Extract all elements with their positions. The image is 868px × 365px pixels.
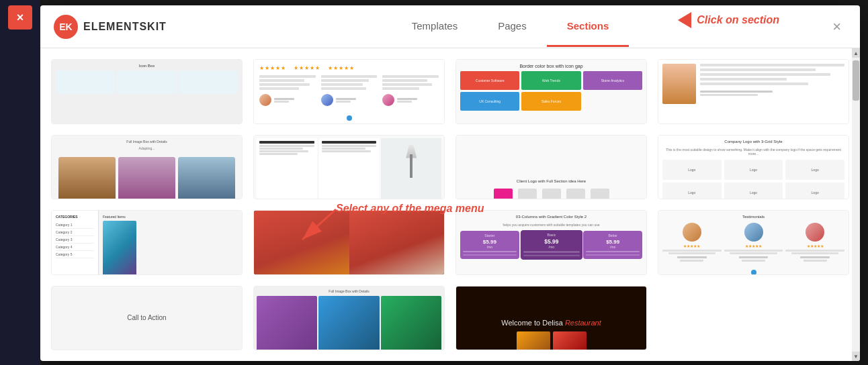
card-thumb: [658, 60, 849, 124]
card-thumb: Client Logo with Full Section idea Here: [456, 136, 646, 200]
modal-overlay: × EK ELEMENTSKIT Templates Pages Section…: [0, 0, 868, 365]
scrollbar-arrow-down[interactable]: ▼: [852, 352, 860, 361]
scrollbar[interactable]: ▲ ▼: [852, 48, 860, 361]
card-testimonial-section20[interactable]: ★ ★ ★ ★ ★ ★ ★ ★ ★ ★: [253, 59, 445, 124]
card-icon-box-style19[interactable]: Icon Box Icon Box - Style 19: [51, 59, 243, 124]
card-thumb: Testimonials ★★★★★: [658, 211, 849, 275]
card-thumb: Full Image Box with Details Adapting... …: [52, 136, 242, 200]
close-x-button[interactable]: ×: [8, 5, 32, 30]
modal-header: EK ELEMENTSKIT Templates Pages Sections …: [40, 5, 860, 48]
card-gradient-pricing[interactable]: 03-Columns with Gradient Color Style 2 h…: [455, 210, 647, 275]
logo-area: EK ELEMENTSKIT: [54, 15, 167, 39]
tab-sections[interactable]: Sections: [547, 7, 630, 47]
sections-grid: Icon Box Icon Box - Style 19: [40, 48, 860, 361]
card-client-logo-section20[interactable]: Client Logo with Full Section idea Here …: [455, 135, 647, 200]
arrow-icon: [678, 12, 691, 28]
modal-body: Icon Box Icon Box - Style 19: [40, 48, 860, 361]
card-restaurant[interactable]: Welcome to Delisa Restaurant: [455, 286, 647, 351]
card-thumb: Company Logo with 3-Grid Style This is t…: [658, 136, 849, 200]
card-team-demo12[interactable]: Full Image Box with Details Adapting... …: [51, 135, 243, 200]
scrollbar-arrow-up[interactable]: ▲: [852, 48, 860, 58]
tab-pages[interactable]: Pages: [478, 7, 547, 47]
card-mega-menu-home[interactable]: Mega Menu – Home & Appliances: [253, 135, 445, 200]
card-thumb: 03-Columns with Gradient Color Style 2 h…: [456, 211, 646, 275]
card-thumb: [254, 136, 444, 200]
logo-icon: EK: [54, 15, 78, 39]
card-thumb: Full Image Box with Details: [254, 286, 444, 351]
card-testimonial-section17[interactable]: Testimonials ★★★★★: [658, 210, 849, 275]
modal-close-button[interactable]: ×: [827, 15, 847, 38]
modal-dialog: EK ELEMENTSKIT Templates Pages Sections …: [40, 5, 860, 361]
card-testimonial-section15[interactable]: Testimonial - Section 15: [658, 59, 849, 124]
card-thumb: Call to Action: [52, 286, 242, 350]
scrollbar-thumb[interactable]: [853, 60, 859, 101]
card-iconbox-style18[interactable]: Border color box with icon gap Customer …: [455, 59, 647, 124]
card-thumb: Icon Box: [52, 60, 242, 124]
card-thumb: Welcome to Delisa Restaurant: [456, 286, 646, 351]
card-thumb: ★ ★ ★ ★ ★ ★ ★ ★ ★ ★: [254, 60, 444, 124]
card-thumb: Border color box with icon gap Customer …: [456, 60, 646, 124]
click-section-annotation: Click on section: [678, 12, 779, 28]
card-cta[interactable]: Call to Action: [51, 286, 243, 351]
left-panel: ×: [0, 0, 40, 365]
card-company-logo-3grid[interactable]: Company Logo with 3-Grid Style This is t…: [658, 135, 849, 200]
logo-text: ELEMENTSKIT: [83, 21, 167, 33]
card-full-image-details[interactable]: Full Image Box with Details: [253, 286, 445, 351]
card-thumb: This is the heading This are Mexico is t…: [254, 211, 444, 275]
tab-templates[interactable]: Templates: [392, 7, 478, 47]
card-thumb: CATEGORIES Category 1 Category 2 Categor…: [52, 211, 242, 275]
card-mexico[interactable]: This is the heading This are Mexico is t…: [253, 210, 445, 275]
card-mega-menu-jewellery[interactable]: CATEGORIES Category 1 Category 2 Categor…: [51, 210, 243, 275]
